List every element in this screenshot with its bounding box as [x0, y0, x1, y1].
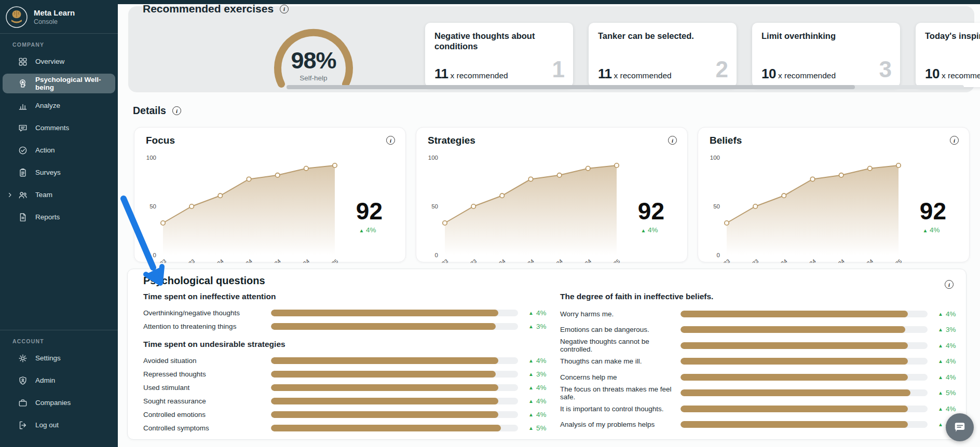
svg-text:Feb 2024: Feb 2024	[202, 258, 224, 263]
question-row-used-stimulant: Used stimulant ▲ 4%	[143, 381, 553, 394]
exercise-card-rank: 3	[879, 58, 892, 81]
question-label: Negative thoughts cannot be controlled.	[560, 338, 680, 353]
delta-badge: ▲ 5%	[938, 389, 956, 397]
svg-text:Aug 2024: Aug 2024	[260, 258, 282, 263]
progress-bar	[271, 411, 518, 418]
chat-fab-button[interactable]	[946, 413, 974, 441]
progress-bar-fill	[271, 398, 498, 404]
delta-badge: ▲ 4%	[938, 357, 956, 365]
score-delta: ▲ 4%	[913, 226, 949, 234]
progress-bar	[271, 425, 518, 431]
up-triangle-icon: ▲	[528, 385, 534, 390]
horizontal-scrollbar-track[interactable]	[287, 85, 964, 89]
up-triangle-icon: ▲	[938, 374, 943, 380]
delta-badge: ▲ 3%	[528, 370, 546, 378]
question-group-heading: Time spent on ineffective attention	[143, 290, 553, 303]
up-triangle-icon: ▲	[938, 358, 943, 364]
sidebar-item-reports[interactable]: Reports	[0, 206, 118, 228]
progress-bar-fill	[680, 421, 908, 428]
sidebar-item-surveys[interactable]: Surveys	[0, 161, 118, 184]
horizontal-scrollbar-thumb[interactable]	[287, 85, 855, 89]
sidebar-item-comments[interactable]: Comments	[0, 117, 118, 139]
info-icon[interactable]	[280, 5, 289, 13]
sidebar-account-nav: Settings Admin Companies Log out	[0, 347, 118, 436]
trend-chart: 050100 Aug 2023Nov 2023Feb 2024May 2024A…	[698, 128, 970, 263]
question-label: Thougths can make me ill.	[560, 357, 680, 365]
exercise-card-3[interactable]: Limit overthinking 10 x recommended 3	[752, 23, 900, 87]
question-row-it-is-important-to-control-thoughts: It is important to control thoughts. ▲ 4…	[560, 401, 960, 417]
delta-badge: ▲ 4%	[938, 373, 956, 381]
sidebar-item-analyze[interactable]: Analyze	[0, 94, 118, 117]
sidebar-item-action[interactable]: Action	[0, 139, 118, 161]
sidebar: Meta Learn Console COMPANY Overview Psyc…	[0, 0, 118, 447]
up-triangle-icon: ▲	[528, 398, 534, 404]
progress-bar	[680, 311, 928, 317]
question-row-thougths-can-make-me-ill: Thougths can make me ill. ▲ 4%	[560, 354, 960, 370]
sidebar-item-label: Settings	[35, 354, 61, 362]
exercise-card-4[interactable]: Today's inspiration 10 x recommended 4	[916, 23, 980, 87]
progress-bar-fill	[680, 342, 908, 349]
brand-name: Meta Learn	[34, 8, 75, 18]
question-group-heading: Time spent on undesirable strategies	[143, 338, 553, 351]
question-row-analysis-of-my-problems-helps: Analysis of my problems helps ▲ 4%	[560, 417, 960, 433]
gauge-label: Self-help	[277, 74, 350, 82]
sidebar-item-team[interactable]: Team	[0, 184, 118, 206]
progress-bar	[680, 406, 928, 412]
question-label: Worry harms me.	[560, 310, 680, 318]
delta-badge: ▲ 4%	[938, 310, 956, 318]
question-row-emotions-can-be-dangerous: Emotions can be dangerous. ▲ 3%	[560, 322, 960, 338]
trend-chart: 050100 Aug 2023Nov 2023Feb 2024May 2024A…	[416, 128, 688, 263]
svg-text:May 2024: May 2024	[230, 258, 253, 263]
svg-text:100: 100	[710, 155, 720, 161]
briefcase-icon	[18, 398, 28, 408]
progress-bar	[680, 389, 928, 396]
team-icon	[18, 190, 28, 200]
up-triangle-icon: ▲	[938, 343, 943, 348]
sidebar-item-admin[interactable]: Admin	[0, 369, 118, 392]
exercise-card-2[interactable]: Tanker can be selected. 11 x recommended…	[589, 23, 737, 87]
chat-bubble-icon	[953, 421, 967, 434]
progress-bar	[271, 371, 518, 378]
svg-text:Feb 2025: Feb 2025	[317, 258, 339, 263]
exercise-card-rank: 1	[552, 58, 565, 81]
score-delta: ▲ 4%	[631, 226, 668, 234]
progress-bar	[271, 323, 518, 330]
progress-bar	[271, 398, 518, 404]
exercise-cards-row: Negative thoughts about conditions 11 x …	[425, 23, 980, 87]
delta-badge: ▲ 4%	[528, 397, 546, 405]
delta-badge: ▲ 4%	[528, 411, 546, 418]
delta-badge: ▲ 4%	[938, 405, 956, 413]
sidebar-item-companies[interactable]: Companies	[0, 392, 118, 414]
delta-badge: ▲ 4%	[528, 384, 546, 392]
question-label: The focus on threats makes me feel safe.	[560, 385, 680, 401]
up-triangle-icon: ▲	[938, 311, 943, 317]
svg-text:100: 100	[428, 155, 438, 161]
sidebar-item-psychological-well-being[interactable]: Psychological Well-being	[3, 74, 115, 93]
sidebar-item-log-out[interactable]: Log out	[0, 414, 118, 436]
delta-badge: ▲ 5%	[528, 424, 546, 432]
up-triangle-icon: ▲	[641, 228, 646, 233]
sidebar-item-overview[interactable]: Overview	[0, 50, 118, 73]
gear-icon	[18, 353, 28, 364]
question-label: Emotions can be dangerous.	[560, 326, 680, 333]
exercise-card-1[interactable]: Negative thoughts about conditions 11 x …	[425, 23, 573, 87]
sidebar-item-label: Analyze	[35, 102, 60, 109]
progress-bar	[680, 421, 928, 428]
up-triangle-icon: ▲	[528, 324, 534, 329]
svg-text:Nov 2023: Nov 2023	[174, 258, 196, 263]
question-row-avoided-situation: Avoided situation ▲ 4%	[143, 354, 553, 367]
up-triangle-icon: ▲	[528, 358, 534, 364]
progress-bar-fill	[680, 389, 910, 396]
question-row-overthinking-negative-thoughts: Overthinking/negative thoughts ▲ 4%	[143, 306, 553, 319]
progress-bar	[271, 310, 518, 316]
info-icon[interactable]	[945, 280, 954, 289]
sidebar-item-label: Log out	[35, 421, 59, 429]
svg-text:Nov 2023: Nov 2023	[456, 258, 478, 263]
info-icon[interactable]	[172, 106, 181, 115]
detail-card-beliefs: Beliefs 050100 Aug 2023Nov 2023Feb 2024M…	[698, 127, 970, 262]
detail-card-focus: Focus 050100 Aug 2023Nov 2023Feb 2024May…	[134, 127, 406, 262]
delta-badge: ▲ 3%	[528, 323, 546, 330]
sidebar-item-settings[interactable]: Settings	[0, 347, 118, 369]
recommended-exercises-panel: Recommended exercises 98% Self-help Nega…	[128, 6, 974, 92]
question-row-worry-harms-me: Worry harms me. ▲ 4%	[560, 306, 960, 322]
